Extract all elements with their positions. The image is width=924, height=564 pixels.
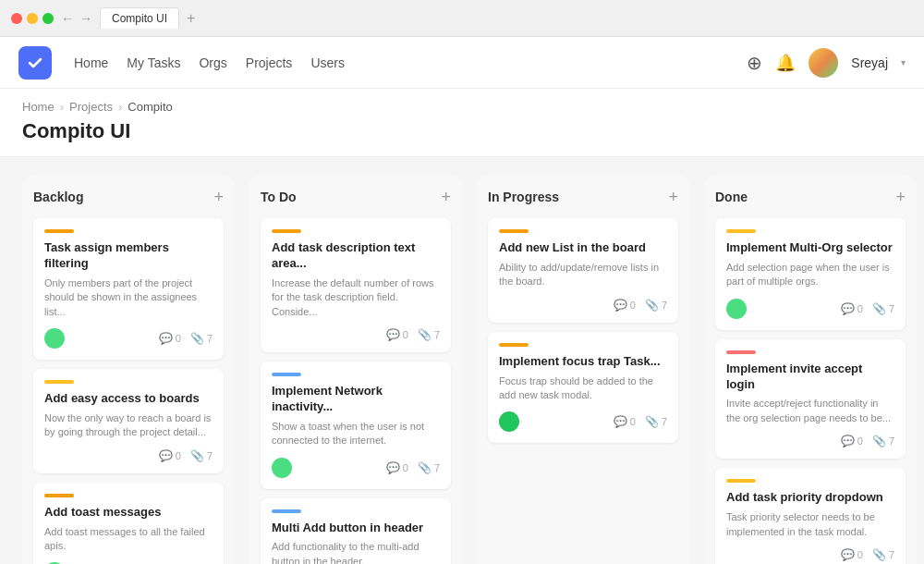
- card-card-8[interactable]: Add new List in the boardAbility to add/…: [488, 218, 678, 323]
- comment-count: 0: [857, 435, 863, 447]
- card-title: Add new List in the board: [499, 240, 667, 256]
- card-meta: 💬 0 📎 7: [159, 449, 213, 462]
- comment-icon: 💬: [841, 435, 855, 448]
- card-attachments: 📎 7: [872, 302, 894, 315]
- comment-count: 0: [403, 329, 408, 340]
- column-add-button-backlog[interactable]: +: [213, 189, 224, 205]
- back-button[interactable]: ←: [61, 11, 74, 26]
- attachment-count: 7: [889, 435, 894, 447]
- forward-button[interactable]: →: [79, 11, 92, 26]
- card-title: Multi Add button in header: [272, 521, 440, 536]
- nav-my-tasks[interactable]: My Tasks: [127, 55, 180, 70]
- card-card-3[interactable]: Add toast messagesAdd toast messages to …: [33, 483, 224, 564]
- attachment-count: 7: [207, 333, 213, 344]
- card-footer: 💬 0 📎 7: [272, 458, 440, 478]
- card-attachments: 📎 7: [872, 435, 894, 448]
- card-comments: 💬 0: [159, 449, 181, 462]
- card-attachments: 📎 7: [190, 449, 213, 462]
- username-label[interactable]: Sreyaj: [851, 55, 888, 70]
- column-add-button-todo[interactable]: +: [441, 189, 451, 205]
- maximize-dot[interactable]: [43, 13, 54, 24]
- attachment-icon: 📎: [872, 302, 886, 315]
- card-priority-bar: [726, 229, 756, 233]
- comment-icon: 💬: [614, 299, 627, 312]
- card-description: Add selection page when the user is part…: [726, 261, 894, 289]
- card-meta: 💬 0 📎 7: [841, 548, 894, 561]
- column-add-button-in-progress[interactable]: +: [668, 189, 678, 205]
- card-card-9[interactable]: Implement focus trap Task...Focus trap s…: [488, 332, 678, 444]
- card-title: Implement Multi-Org selector: [726, 240, 894, 256]
- card-card-2[interactable]: Add easy access to boardsNow the only wa…: [33, 369, 224, 473]
- card-description: Invite accept/reject functionality in th…: [726, 397, 894, 425]
- card-comments: 💬 0: [386, 328, 408, 341]
- card-description: Add functionality to the multi-add butto…: [272, 540, 440, 564]
- card-avatar: [272, 458, 292, 478]
- attachment-icon: 📎: [645, 299, 659, 312]
- attachment-icon: 📎: [190, 332, 204, 345]
- nav-projects[interactable]: Projects: [246, 55, 293, 70]
- card-comments: 💬 0: [614, 415, 636, 428]
- card-priority-bar: [44, 229, 74, 233]
- card-footer: 💬 0 📎 7: [272, 328, 440, 341]
- comment-count: 0: [176, 450, 181, 461]
- comment-icon: 💬: [841, 302, 855, 315]
- kanban-board: Backlog+Task assign members filteringOnl…: [0, 157, 924, 564]
- card-card-11[interactable]: Implement invite accept loginInvite acce…: [715, 339, 906, 460]
- card-priority-bar: [499, 343, 529, 347]
- card-meta: 💬 0 📎 7: [159, 332, 213, 345]
- attachment-count: 7: [889, 549, 894, 560]
- card-attachments: 📎 7: [645, 415, 667, 428]
- comment-icon: 💬: [386, 461, 400, 474]
- column-backlog: Backlog+Task assign members filteringOnl…: [22, 176, 235, 564]
- card-title: Task assign members filtering: [44, 240, 213, 272]
- browser-tab[interactable]: Compito UI: [100, 7, 179, 29]
- card-description: Task priority selector needs to be imple…: [726, 510, 894, 539]
- card-card-5[interactable]: Add task description text area...Increas…: [261, 218, 451, 352]
- column-add-button-done[interactable]: +: [895, 189, 906, 205]
- top-nav: Home My Tasks Orgs Projects Users ⊕ 🔔 Sr…: [0, 37, 924, 89]
- nav-users[interactable]: Users: [310, 55, 345, 70]
- card-meta: 💬 0 📎 7: [841, 302, 894, 315]
- card-footer: 💬 0 📎 7: [499, 411, 667, 432]
- column-header-done: Done+: [715, 189, 906, 205]
- card-priority-bar: [44, 380, 74, 384]
- card-card-7[interactable]: Multi Add button in headerAdd functional…: [261, 498, 451, 564]
- attachment-icon: 📎: [190, 449, 204, 462]
- browser-dots: [11, 13, 54, 24]
- card-priority-bar: [272, 229, 301, 233]
- card-comments: 💬 0: [841, 548, 863, 561]
- nav-orgs[interactable]: Orgs: [199, 55, 226, 70]
- attachment-count: 7: [434, 329, 440, 340]
- minimize-dot[interactable]: [27, 13, 38, 24]
- browser-nav-controls: ← →: [61, 11, 92, 26]
- comment-count: 0: [403, 462, 408, 473]
- card-avatar: [726, 299, 747, 319]
- card-card-6[interactable]: Implement Network inactivity...Show a to…: [261, 362, 451, 489]
- card-description: Now the only way to reach a board is by …: [44, 411, 213, 440]
- breadcrumb-sep-2: ›: [118, 100, 122, 114]
- card-card-1[interactable]: Task assign members filteringOnly member…: [33, 218, 224, 360]
- card-card-12[interactable]: Add task priority dropdownTask priority …: [715, 468, 906, 564]
- card-title: Add task description text area...: [272, 240, 440, 272]
- comment-count: 0: [857, 303, 863, 314]
- card-meta: 💬 0 📎 7: [386, 461, 440, 474]
- column-done: Done+Implement Multi-Org selectorAdd sel…: [704, 176, 917, 564]
- add-icon[interactable]: ⊕: [747, 52, 762, 74]
- card-priority-bar: [499, 229, 529, 233]
- card-comments: 💬 0: [841, 302, 863, 315]
- column-in-progress: In Progress+Add new List in the boardAbi…: [477, 176, 689, 564]
- bell-icon[interactable]: 🔔: [775, 53, 796, 73]
- comment-icon: 💬: [386, 328, 400, 341]
- card-attachments: 📎 7: [190, 332, 213, 345]
- breadcrumb-projects[interactable]: Projects: [69, 100, 113, 114]
- breadcrumb-home[interactable]: Home: [22, 100, 55, 114]
- card-card-10[interactable]: Implement Multi-Org selectorAdd selectio…: [715, 218, 906, 330]
- logo[interactable]: [18, 46, 52, 80]
- avatar[interactable]: [808, 48, 838, 78]
- nav-home[interactable]: Home: [74, 55, 108, 70]
- column-title-todo: To Do: [261, 190, 297, 204]
- close-dot[interactable]: [11, 13, 22, 24]
- column-title-in-progress: In Progress: [488, 190, 559, 204]
- new-tab-button[interactable]: +: [187, 10, 195, 27]
- breadcrumb: Home › Projects › Compito: [22, 100, 902, 114]
